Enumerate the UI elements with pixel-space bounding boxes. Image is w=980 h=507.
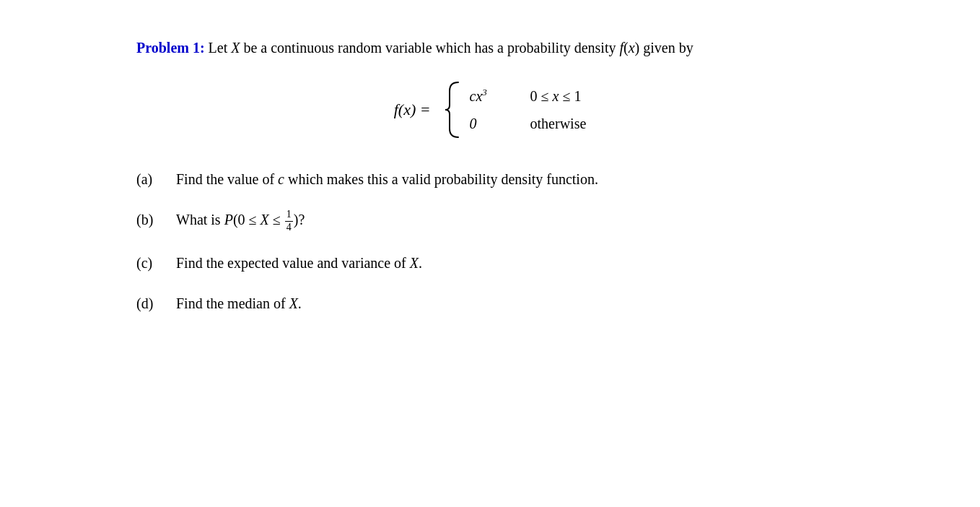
intro-text: Let X be a continuous random variable wh… xyxy=(209,40,694,56)
brace-container: cx3 0 ≤ x ≤ 1 0 otherwise xyxy=(442,81,587,139)
part-d: (d) Find the median of X. xyxy=(136,292,844,315)
part-c-label: (c) xyxy=(136,251,176,274)
part-b: (b) What is P(0 ≤ X ≤ 14)? xyxy=(136,208,844,234)
part-a-text: Find the value of c which makes this a v… xyxy=(176,168,844,191)
case2-condition: otherwise xyxy=(530,112,587,135)
part-b-text: What is P(0 ≤ X ≤ 14)? xyxy=(176,208,844,234)
part-b-label: (b) xyxy=(136,208,176,231)
part-d-text: Find the median of X. xyxy=(176,292,844,315)
formula-lhs: f(x) = xyxy=(394,97,431,122)
problem-statement: Problem 1: Let X be a continuous random … xyxy=(136,36,844,59)
part-a: (a) Find the value of c which makes this… xyxy=(136,168,844,191)
problem-label: Problem 1: xyxy=(136,40,205,56)
page-content: Problem 1: Let X be a continuous random … xyxy=(93,0,887,368)
case1-condition: 0 ≤ x ≤ 1 xyxy=(530,84,582,108)
big-brace-svg xyxy=(442,81,463,139)
fraction-1-4: 14 xyxy=(285,209,293,234)
part-c: (c) Find the expected value and variance… xyxy=(136,251,844,274)
part-c-text: Find the expected value and variance of … xyxy=(176,251,844,274)
part-d-label: (d) xyxy=(136,292,176,315)
part-a-label: (a) xyxy=(136,168,176,191)
parts-list: (a) Find the value of c which makes this… xyxy=(136,168,844,315)
case-row-1: cx3 0 ≤ x ≤ 1 xyxy=(470,84,587,108)
case1-expr: cx3 xyxy=(470,84,513,108)
case-row-2: 0 otherwise xyxy=(470,112,587,135)
formula-block: f(x) = cx3 0 ≤ x ≤ 1 0 otherwise xyxy=(136,81,844,139)
case2-expr: 0 xyxy=(470,112,513,135)
cases-table: cx3 0 ≤ x ≤ 1 0 otherwise xyxy=(470,84,587,135)
